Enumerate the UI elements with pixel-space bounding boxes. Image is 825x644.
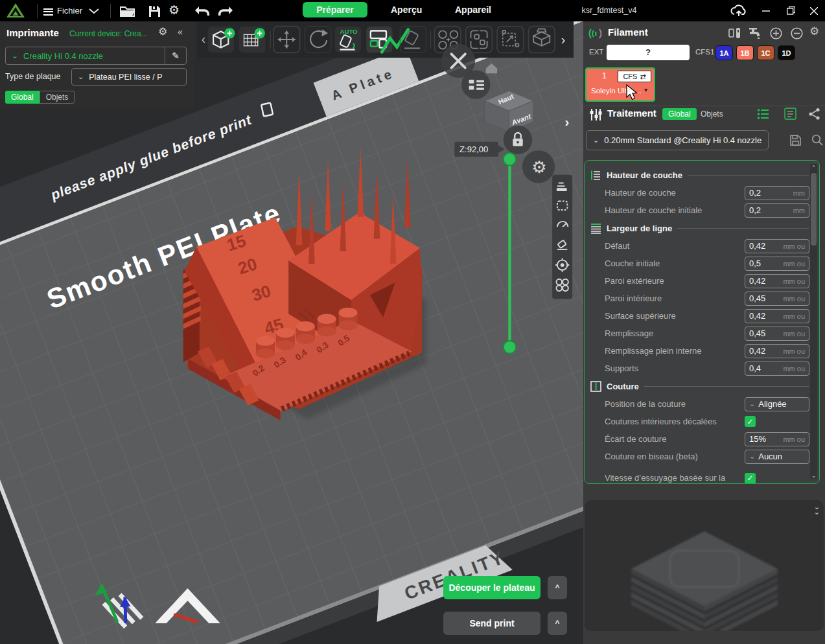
redo-icon[interactable] — [218, 5, 235, 17]
param-list-icon[interactable] — [757, 108, 770, 120]
settings-scrollbar[interactable]: ⌃ ⌄ — [810, 164, 817, 479]
right-panel: Filament ⚙ EXT ? CFS1 1A 1B 1C 1D 1 CFS … — [583, 21, 825, 644]
process-tab-global[interactable]: Global — [662, 108, 697, 120]
filament-settings-gear-icon[interactable]: ⚙ — [809, 25, 819, 38]
send-options-button[interactable]: ^ — [548, 612, 567, 635]
divider — [37, 4, 38, 18]
top-surface-width-input[interactable]: 0,42mm ou — [745, 309, 809, 323]
seam-position-select[interactable]: ⌄Alignée — [745, 397, 809, 411]
seam-gap-input[interactable]: 15%mm ou — [745, 432, 809, 446]
cfs-slot-1a[interactable]: 1A — [715, 45, 733, 60]
window-restore-button[interactable] — [780, 0, 802, 21]
inner-wall-width-input[interactable]: 0,45mm ou — [745, 292, 809, 306]
layer-height-input[interactable]: 0,2mm — [745, 186, 809, 200]
setting-row: Hauteur de couche 0,2mm — [585, 184, 819, 201]
search-preset-icon[interactable] — [811, 134, 823, 146]
save-icon[interactable] — [148, 5, 161, 17]
cfs-toggle[interactable]: CFS ⇄ — [618, 71, 651, 82]
setting-label: Supports — [605, 363, 745, 373]
seam-icon — [590, 381, 601, 392]
collapse-preview-icon[interactable]: ⌄⌄ — [814, 504, 820, 514]
add-model-button[interactable] — [207, 27, 235, 53]
support-width-input[interactable]: 0,4mm ou — [745, 362, 809, 376]
settings-gear-icon[interactable]: ⚙ — [168, 3, 180, 17]
printer-settings-gear-icon[interactable]: ⚙ — [158, 25, 167, 38]
collapse-panel-icon[interactable]: « — [178, 27, 183, 37]
toolbar-scroll-left-icon[interactable]: ‹ — [202, 32, 205, 46]
plate-type-select[interactable]: ⌄ Plateau PEI lisse / P — [71, 68, 187, 86]
infill-width-input[interactable]: 0,45mm ou — [745, 327, 809, 341]
layer-height-icon — [590, 170, 601, 181]
restore-icon — [787, 8, 793, 14]
tab-device[interactable]: Appareil — [448, 2, 498, 17]
auto-orient-button[interactable]: AUTO — [335, 27, 362, 53]
toolbar-scroll-right-icon[interactable]: › — [561, 33, 565, 47]
setting-label: Surface supérieure — [605, 311, 745, 321]
setting-label: Remplissage — [605, 328, 745, 338]
tab-global[interactable]: Global — [5, 91, 40, 104]
scrollbar-thumb[interactable] — [811, 173, 817, 246]
filament-dropdown-icon[interactable]: ▾ — [644, 86, 647, 93]
default-width-input[interactable]: 0,42mm ou — [745, 239, 809, 253]
initial-layer-height-input[interactable]: 0,2mm — [745, 203, 809, 218]
divider — [583, 106, 825, 106]
scroll-down-icon[interactable]: ⌄ — [810, 472, 817, 479]
setting-label: Remplissage plein interne — [605, 346, 745, 356]
undo-icon[interactable] — [193, 5, 210, 17]
filament-card[interactable]: 1 CFS ⇄ Soleyin Ultra ... ▾ — [585, 67, 655, 102]
auto-label: AUTO — [340, 28, 358, 35]
save-preset-icon[interactable] — [789, 134, 802, 146]
filament-backup-icon[interactable] — [728, 27, 741, 39]
divider — [110, 4, 111, 18]
sync-share-icon[interactable] — [808, 108, 821, 120]
line-width-icon — [590, 223, 601, 234]
viewport-toolbar: ‹ — [198, 21, 574, 58]
setting-label: Paroi intérieure — [605, 293, 745, 303]
panel-expand-icon[interactable]: › — [565, 115, 570, 129]
slider-handle-bottom[interactable] — [504, 341, 516, 353]
slice-plate-button[interactable]: Découper le plateau — [443, 576, 540, 599]
staggered-seams-checkbox[interactable]: ✓ — [745, 416, 756, 427]
send-print-button[interactable]: Send print — [443, 612, 540, 635]
internal-solid-infill-width-input[interactable]: 0,42mm ou — [745, 344, 809, 358]
purge-faucet-icon[interactable] — [748, 27, 762, 39]
tab-objects[interactable]: Objets — [40, 91, 75, 104]
file-menu-chevron-icon[interactable] — [88, 8, 100, 14]
object-list-button[interactable] — [461, 70, 490, 98]
add-plate-button[interactable] — [239, 27, 266, 53]
wipe-speed-checkbox[interactable]: ✓ — [745, 473, 756, 484]
remove-filament-icon[interactable] — [791, 27, 803, 40]
setting-label: Défaut — [605, 241, 745, 251]
viewport-3d[interactable]: please apply glue before print A Plate S… — [0, 21, 583, 644]
z-indicator-label: Z:92,00 — [459, 144, 488, 154]
setting-label: Coutures intérieures décalées — [605, 417, 745, 426]
hamburger-menu-icon[interactable] — [43, 6, 53, 17]
scarf-seam-select[interactable]: ⌄Aucun — [745, 450, 809, 464]
scroll-up-icon[interactable]: ⌃ — [810, 164, 817, 172]
open-file-icon[interactable] — [119, 5, 136, 17]
initial-layer-width-input[interactable]: 0,5mm ou — [745, 257, 809, 271]
process-tab-objects[interactable]: Objets — [695, 108, 729, 120]
plate-preview-panel[interactable]: ⌄⌄ — [585, 500, 824, 631]
cloud-upload-icon[interactable] — [730, 4, 748, 17]
outer-wall-width-input[interactable]: 0,42mm ou — [745, 274, 809, 288]
window-close-button[interactable] — [803, 0, 825, 21]
slice-options-button[interactable]: ^ — [548, 576, 567, 599]
edit-printer-pencil-icon[interactable]: ✎ — [165, 51, 186, 61]
process-preset-select[interactable]: ⌄ 0.20mm Standard @Creality Hi 0.4 nozzl… — [586, 130, 769, 150]
process-panel-title: Traitement — [607, 108, 657, 119]
cfs-slot-1c[interactable]: 1C — [757, 45, 774, 60]
cfs-slot-1b[interactable]: 1B — [736, 45, 754, 60]
tab-preview[interactable]: Aperçu — [384, 2, 428, 17]
ext-slot[interactable]: ? — [607, 45, 690, 60]
current-device-note[interactable]: Current device: Crea... — [69, 29, 148, 38]
creality-logo — [6, 3, 25, 19]
cfs-slot-1d[interactable]: 1D — [778, 45, 795, 60]
window-minimize-button[interactable] — [755, 0, 777, 21]
file-menu[interactable]: Fichier — [57, 6, 82, 16]
printer-select[interactable]: ⌄ Creality Hi 0.4 nozzle ✎ — [5, 47, 187, 65]
preset-doc-icon[interactable] — [784, 108, 796, 120]
slider-handle-top[interactable] — [504, 153, 516, 165]
add-filament-icon[interactable] — [770, 27, 782, 40]
tab-prepare[interactable]: Préparer — [303, 2, 367, 17]
